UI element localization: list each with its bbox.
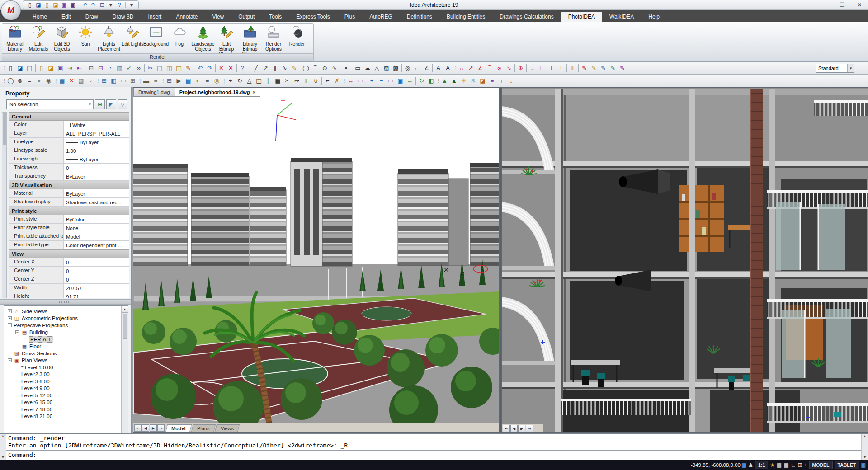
import-acis-icon[interactable]: ⇥: [65, 63, 75, 73]
toggle-pickadd-button[interactable]: ▽: [118, 99, 127, 109]
scroll-up-icon[interactable]: ▲: [122, 306, 128, 313]
arc-icon[interactable]: ⌒: [311, 63, 320, 73]
hatch-icon[interactable]: ▨: [382, 63, 391, 73]
property-value[interactable]: 1.00: [64, 146, 129, 155]
mirror-icon[interactable]: ◫: [254, 76, 264, 85]
property-value[interactable]: Shadows cast and rec...: [64, 198, 129, 206]
tab-view[interactable]: View: [205, 12, 231, 22]
toolbar-handle[interactable]: ⋮: [248, 64, 251, 73]
print-preview-icon[interactable]: ◔: [105, 63, 115, 73]
collapse-icon[interactable]: −: [8, 323, 12, 327]
document-tab-project-neighborhood-19-dwg[interactable]: Project-neighborhood-19.dwg×: [175, 88, 260, 97]
redo-icon[interactable]: ↷: [90, 1, 98, 9]
scroll-up-icon[interactable]: ▲: [863, 434, 867, 438]
last-layout-icon[interactable]: ⇥: [526, 425, 533, 432]
center-mark-icon[interactable]: ⊕: [516, 63, 525, 73]
render-options-button[interactable]: Render Options: [262, 24, 285, 53]
new-drawing-icon[interactable]: ▯: [37, 63, 46, 73]
dim-arc-icon[interactable]: ⌒: [485, 63, 495, 73]
left-viewport-render[interactable]: [133, 97, 499, 423]
zoom-extents-icon[interactable]: ▣: [396, 76, 405, 85]
tree-item-side-views[interactable]: +⌂Side Views: [4, 308, 128, 315]
undo-icon[interactable]: ↶: [195, 63, 205, 73]
viewport-detail[interactable]: ⇤◀▶⇥: [501, 87, 868, 433]
sun-button[interactable]: Sun: [74, 24, 97, 53]
wall-icon[interactable]: ▬: [142, 76, 151, 85]
next-layout-icon[interactable]: ▶: [150, 424, 157, 432]
tab-express-tools[interactable]: Express Tools: [289, 12, 337, 22]
tree-item-level-5-12-00[interactable]: Level:5 12.00: [4, 392, 128, 399]
chevron-down-icon[interactable]: ▼: [1, 455, 5, 459]
property-value[interactable]: White: [64, 121, 129, 129]
join-icon[interactable]: ∪: [311, 76, 321, 85]
fog-button[interactable]: Fog: [168, 24, 191, 53]
tree-item-axonometric-projections[interactable]: +◫Axonometric Projections: [4, 315, 128, 322]
tab-photoidea[interactable]: PhotoIDEA: [561, 12, 602, 22]
line-icon[interactable]: ╱: [251, 63, 261, 73]
tree-item-building[interactable]: −▤Building: [4, 329, 128, 336]
move-icon[interactable]: +: [226, 76, 235, 85]
application-menu-button[interactable]: M: [1, 0, 21, 20]
sketch-icon[interactable]: ✎: [289, 63, 299, 73]
layout-tab-model[interactable]: Model: [165, 424, 192, 432]
dim-update-icon[interactable]: ✎: [599, 63, 608, 73]
collapse-icon[interactable]: −: [15, 330, 19, 334]
dim-style-edit-icon[interactable]: ✎: [608, 63, 618, 73]
annotation-scale[interactable]: 1:1: [755, 461, 768, 469]
dim-baseline-icon[interactable]: ≡: [528, 63, 537, 73]
maximize-button[interactable]: ❐: [834, 0, 851, 10]
property-section-general[interactable]: General: [9, 112, 129, 121]
erase-icon[interactable]: ✕: [217, 63, 226, 73]
tab-definitions[interactable]: Definitions: [400, 12, 439, 22]
tree-item-level-4-9-00[interactable]: Level:4 9.00: [4, 385, 128, 392]
lower-object-icon[interactable]: ↓: [506, 76, 516, 85]
print-icon[interactable]: ⊟: [98, 1, 106, 9]
landscape-tree-icon[interactable]: ▲: [440, 76, 449, 85]
dim-aligned-icon[interactable]: ↗: [466, 63, 476, 73]
property-grid-scrollbar[interactable]: [2, 112, 7, 298]
door-icon[interactable]: ◧: [109, 76, 118, 85]
tree-item-floor[interactable]: ▦Floor: [4, 343, 128, 350]
dim-linear-icon[interactable]: ↔: [457, 63, 466, 73]
close-button[interactable]: ✕: [851, 0, 868, 10]
property-value[interactable]: None: [64, 224, 129, 232]
otrack-icon[interactable]: +: [804, 462, 807, 468]
region-icon[interactable]: ▩: [391, 63, 401, 73]
annotation-visibility-icon[interactable]: ★: [770, 462, 775, 468]
toolbar-handle[interactable]: ⋮: [2, 76, 5, 85]
orbit-icon[interactable]: ↻: [417, 76, 426, 85]
dim-break-icon[interactable]: ‖: [568, 63, 577, 73]
property-section-3d-visualisation[interactable]: 3D Visualisation: [9, 181, 129, 189]
expand-icon[interactable]: +: [8, 309, 12, 313]
named-views-icon[interactable]: ◧: [426, 76, 436, 85]
new-drawing-icon[interactable]: ▯: [43, 1, 51, 9]
match-properties-icon[interactable]: ✎: [184, 63, 193, 73]
dim-override-icon[interactable]: ✎: [618, 63, 627, 73]
pan-icon[interactable]: ↔: [405, 76, 415, 85]
snap-grid-icon[interactable]: ▦: [741, 462, 746, 468]
page-setup-icon[interactable]: ▥: [115, 63, 124, 73]
tab-output[interactable]: Output: [231, 12, 262, 22]
hatch-edit-icon[interactable]: ▨: [76, 76, 86, 85]
array-icon[interactable]: ▦: [273, 76, 283, 85]
rotate-icon[interactable]: ↻: [235, 76, 245, 85]
save-icon[interactable]: ▣: [56, 63, 65, 73]
tab-building-entities[interactable]: Building Entities: [439, 12, 492, 22]
property-value[interactable]: Model: [64, 232, 129, 240]
panel-splitter[interactable]: [0, 299, 131, 305]
snow-icon[interactable]: ❄: [468, 76, 478, 85]
grid-edit-icon[interactable]: ▦: [57, 76, 67, 85]
toolbar-handle[interactable]: ⋮: [436, 76, 439, 85]
tab-draw-3d[interactable]: Draw 3D: [105, 12, 141, 22]
tab-annotate[interactable]: Annotate: [169, 12, 205, 22]
tree-item-per-all[interactable]: PER-ALL: [4, 336, 128, 343]
tolerance-icon[interactable]: ±: [556, 63, 566, 73]
tab-draw[interactable]: Draw: [78, 12, 105, 22]
expand-icon[interactable]: +: [8, 316, 12, 320]
save-icon[interactable]: ▣: [60, 1, 68, 9]
prev-layout-icon[interactable]: ◀: [142, 424, 149, 432]
railing-icon[interactable]: ≡: [151, 76, 160, 85]
tag-icon[interactable]: ◎: [212, 76, 222, 85]
raise-object-icon[interactable]: ↑: [497, 76, 506, 85]
property-value[interactable]: Color-dependent print ...: [64, 241, 129, 249]
